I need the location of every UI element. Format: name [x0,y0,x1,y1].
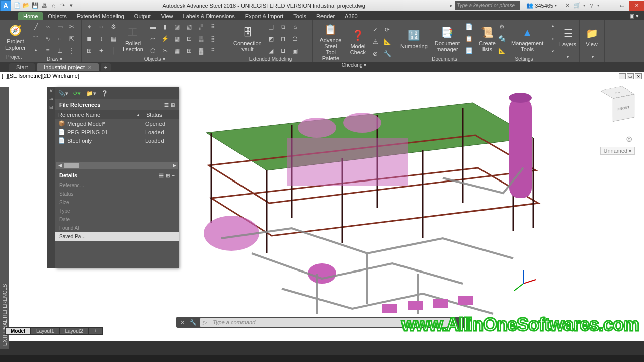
vp-minimize-icon[interactable]: — [619,73,626,79]
ref-row-piping[interactable]: 📄PPG-PIPING-01Loaded [55,128,179,136]
view-cube[interactable]: TOP FRONT RIGHT [600,92,635,127]
chk1-icon[interactable]: ✓ [370,24,381,35]
extend-icon[interactable]: ⇱ [66,33,77,44]
compass-icon[interactable]: ✦ [96,45,107,56]
grid-icon[interactable]: ⊞ [84,45,95,56]
qat-undo-icon[interactable]: ⎌ [49,2,57,10]
panel-title-draw[interactable]: Draw ▾ [30,56,79,62]
ext4-icon[interactable]: ⧉ [278,21,289,32]
tab-labels-dimensions[interactable]: Labels & Dimensions [178,12,240,20]
details-view1-icon[interactable]: ☰ [159,173,164,178]
tab-a360[interactable]: A360 [340,12,363,20]
hatch-1-icon[interactable]: ░ [196,21,207,32]
doc-tab-start[interactable]: Start [9,63,35,71]
rolled-isection-button[interactable]: 工 Rolled I section [120,24,146,53]
ref-row-steel[interactable]: 📄Steel onlyLoaded [55,136,179,145]
close-button[interactable]: ✕ [629,1,644,11]
layers-button[interactable]: ☰ Layers [556,25,579,48]
external-references-tab[interactable]: EXTERNAL REFERENCES [0,87,9,349]
point-icon[interactable]: • [30,45,41,56]
numbering-button[interactable]: 🔢 Numbering [397,27,431,50]
doc3-icon[interactable]: 📃 [464,45,475,56]
tab-objects[interactable]: Objects [43,12,71,20]
tab-export-import[interactable]: Export & Import [240,12,288,20]
details-view3-icon[interactable]: − [172,173,175,178]
ext3-icon[interactable]: ◪ [266,45,277,56]
details-view2-icon[interactable]: ⊞ [166,173,170,178]
detail-saved-path[interactable]: Saved Pa... [55,232,179,241]
plate-icon[interactable]: ▱ [147,33,158,44]
qat-new-icon[interactable]: 📄 [13,2,21,10]
tool-palette-button[interactable]: 📋 Advance Steel Tool Palette [315,21,346,62]
beam-icon[interactable]: ▬ [147,21,158,32]
tab-view[interactable]: View [156,12,178,20]
help-icon[interactable]: ? [587,2,595,10]
tab-tools[interactable]: Tools [288,12,311,20]
qat-print-icon[interactable]: 🖶 [40,2,48,10]
drawing-viewport[interactable]: [−][SE Isometric][2D Wireframe] — ▭ ✕ EX… [0,72,644,341]
tab-render[interactable]: Render [311,12,340,20]
qat-open-icon[interactable]: 📂 [22,2,30,10]
chk3-icon[interactable]: ⊘ [370,48,381,59]
col-reference-name[interactable]: Reference Name▲ [55,112,143,118]
level-icon[interactable]: ≣ [84,33,95,44]
help-search-input[interactable]: Type a keyword or phrase [455,1,520,10]
col-status[interactable]: Status [143,112,179,118]
ext9-icon[interactable]: ▣ [290,45,301,56]
palette-hscroll[interactable]: ◀▶ [56,162,178,169]
dots-1-icon[interactable]: ⠿ [208,21,219,32]
frame-icon[interactable]: ▦ [108,33,119,44]
offset-icon[interactable]: ≡ [42,45,53,56]
document-manager-button[interactable]: 📑 Document manager [432,24,463,53]
hatch-3-icon[interactable]: ▓ [196,45,207,56]
weld-icon[interactable]: ⚡ [159,33,171,44]
qat-redo-icon[interactable]: ↷ [58,2,66,10]
attach-dwg-icon[interactable]: 📎▾ [58,90,68,97]
folder-icon[interactable]: 📁▾ [86,90,96,97]
doc1-icon[interactable]: 📄 [464,21,475,32]
scroll-left-icon[interactable]: ◀ [56,163,63,168]
set3-icon[interactable]: 📐 [496,45,507,56]
scroll-thumb[interactable] [64,163,79,168]
refresh-icon[interactable]: ⟳▾ [73,90,81,97]
ucs-icon[interactable]: ⌖ [84,21,95,32]
doc2-icon[interactable]: 📋 [464,33,475,44]
line-icon[interactable]: ╱ [30,21,41,32]
viewcube-front[interactable]: FRONT [613,94,634,122]
chk4-icon[interactable]: ⟳ [382,24,393,35]
circle-icon[interactable]: ○ [54,33,65,44]
set1-icon[interactable]: ⚙ [496,21,507,32]
tab-extended-modeling[interactable]: Extended Modeling [72,12,129,20]
scroll-right-icon[interactable]: ▶ [171,163,178,168]
vp-close-icon[interactable]: ✕ [635,73,642,79]
ext1-icon[interactable]: ◫ [266,21,277,32]
signin-button[interactable]: 👥345465▾ [522,2,561,9]
tab-output[interactable]: Output [129,12,156,20]
grating-3-icon[interactable]: ▦ [172,45,183,56]
connection-vault-button[interactable]: 🗄 Connection vault [230,24,265,53]
palette-handle[interactable]: ✕ ⇥ ⊟ [47,87,55,268]
polyline2-icon[interactable]: ∿ [42,33,53,44]
cmd-close-icon[interactable]: ✕ [178,318,187,327]
hatch-2-icon[interactable]: ▒ [196,33,207,44]
list-view-icon[interactable]: ☰ [164,102,169,108]
add-layout-tab[interactable]: + [89,327,103,335]
dots-2-icon[interactable]: ⣿ [208,33,219,44]
column-icon[interactable]: ▮ [159,21,171,32]
polyline-icon[interactable]: ⌁ [42,21,53,32]
grating-1-icon[interactable]: ▨ [172,21,183,32]
viewport-label[interactable]: [−][SE Isometric][2D Wireframe] [1,72,80,79]
panel-title-layers[interactable] [556,53,577,61]
management-tools-button[interactable]: ▲ Management Tools [508,24,546,53]
special-icon[interactable]: ⚙ [108,21,119,32]
rectangle-icon[interactable]: ▭ [54,21,65,32]
ref-row-merged[interactable]: 📦Merged Model*Opened [55,119,179,128]
trim-icon[interactable]: ✂ [66,21,77,32]
ext5-icon[interactable]: ⊓ [278,33,289,44]
layout-tab-2[interactable]: Layout2 [59,327,89,335]
grating-5-icon[interactable]: ⊡ [184,33,195,44]
panel-title-objects[interactable]: Objects ▾ [84,56,226,62]
bolt-icon[interactable]: ⬡ [147,45,158,56]
chk6-icon[interactable]: 🔧 [382,48,393,59]
arc-icon[interactable]: ⌒ [30,33,41,44]
